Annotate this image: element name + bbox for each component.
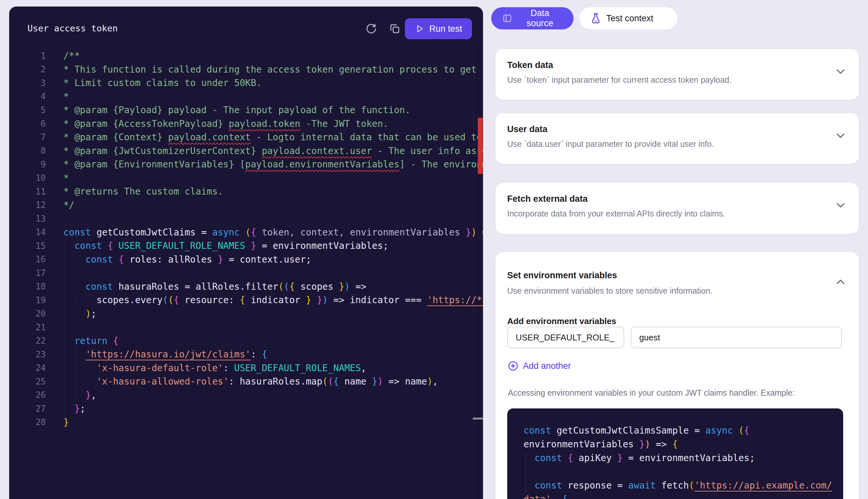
add-env-variables-label: Add environment variables: [507, 316, 616, 326]
line-number: 5: [9, 105, 46, 115]
code-text: const getCustomJwtClaimsSample = async (…: [524, 425, 750, 436]
line-number: 4: [9, 92, 46, 101]
code-text: * @param {Context} payload.context - Log…: [46, 132, 483, 143]
chevron-down-icon[interactable]: [835, 132, 846, 139]
code-line: const response = await fetch('https://ap…: [524, 478, 843, 492]
line-number: 25: [9, 377, 46, 387]
code-text: }: [46, 417, 69, 428]
code-text: /**: [46, 50, 80, 61]
code-line: 24 'x-hasura-default-role': USER_DEFAULT…: [9, 361, 483, 375]
error-marker: [478, 118, 483, 174]
card-set-environment-variables: Set environment variables Use environmen…: [495, 252, 859, 499]
editor-title: User access token: [27, 23, 118, 33]
indent-guide: [76, 293, 76, 308]
card-token-data[interactable]: Token data Use `token` input parameter f…: [495, 49, 859, 100]
tab-test-context[interactable]: Test context: [579, 7, 678, 29]
code-text: const { roles: allRoles } = context.user…: [46, 254, 312, 265]
editor-overview-ruler: [474, 49, 474, 499]
code-line: 11* @returns The custom claims.: [9, 185, 483, 198]
play-icon: [415, 24, 425, 34]
code-line: 23 'https://hasura.io/jwt/claims': {: [9, 348, 483, 361]
tab-data-source-label: Data source: [517, 8, 563, 28]
code-text: *: [46, 173, 69, 183]
scrollbar-thumb[interactable]: [473, 417, 483, 419]
code-text: */: [46, 200, 75, 210]
code-text: scopes.every(({ resource: { indicator } …: [46, 295, 483, 305]
line-number: 7: [9, 132, 46, 142]
line-number: 27: [9, 404, 46, 414]
code-text: * @returns The custom claims.: [46, 186, 223, 197]
code-text: );: [46, 308, 97, 319]
card-title: User data: [507, 124, 548, 134]
line-number: 12: [9, 200, 46, 210]
line-number: 19: [9, 295, 46, 305]
code-text: },: [46, 390, 97, 401]
chevron-down-icon[interactable]: [835, 202, 846, 209]
refresh-icon[interactable]: [365, 23, 377, 35]
code-line: 3* Limit custom claims to under 50KB.: [9, 76, 483, 90]
code-line: data', {: [524, 492, 843, 499]
code-line: 13: [9, 212, 483, 226]
line-number: 21: [9, 322, 46, 332]
line-number: 16: [9, 254, 46, 264]
code-line: 15 const { USER_DEFAULT_ROLE_NAMES } = e…: [9, 239, 483, 253]
tab-test-context-label: Test context: [606, 13, 653, 24]
env-sample-code-block: const getCustomJwtClaimsSample = async (…: [507, 409, 843, 499]
tab-data-source[interactable]: Data source: [491, 7, 574, 29]
add-another-button[interactable]: Add another: [508, 361, 571, 371]
indent-guide: [526, 453, 526, 499]
code-text: 'x-hasura-allowed-roles': hasuraRoles.ma…: [46, 376, 438, 387]
code-text: const response = await fetch('https://ap…: [524, 480, 832, 491]
card-title: Token data: [507, 60, 553, 70]
code-text: };: [46, 403, 85, 414]
env-key-input[interactable]: [507, 327, 624, 348]
code-text: 'x-hasura-default-role': USER_DEFAULT_RO…: [46, 363, 366, 374]
line-number: 9: [9, 160, 46, 169]
line-number: 17: [9, 268, 46, 278]
code-line: 16 const { roles: allRoles } = context.u…: [9, 253, 483, 267]
code-line: environmentVariables }) => {: [524, 437, 843, 451]
run-test-label: Run test: [429, 24, 462, 34]
code-text: const { USER_DEFAULT_ROLE_NAMES } = envi…: [46, 240, 389, 251]
add-another-label: Add another: [523, 361, 571, 371]
line-number: 20: [9, 309, 46, 318]
code-text: environmentVariables }) => {: [524, 439, 678, 450]
code-line: 26 },: [9, 389, 483, 402]
code-line: 19 scopes.every(({ resource: { indicator…: [9, 293, 483, 307]
code-text: *: [46, 91, 69, 102]
env-value-input[interactable]: [631, 327, 842, 348]
run-test-button[interactable]: Run test: [405, 18, 472, 39]
code-line: 22 return {: [9, 334, 483, 348]
card-title: Fetch external data: [507, 194, 588, 204]
code-line: 8* @param {JwtCustomizerUserContext} pay…: [9, 144, 483, 158]
code-area[interactable]: 1/**2* This function is called during th…: [9, 49, 483, 499]
code-text: return {: [46, 336, 118, 346]
line-number: 26: [9, 390, 46, 400]
env-hint-text: Accessing environment variables in your …: [508, 388, 795, 398]
line-number: 2: [9, 64, 46, 74]
line-number: 13: [9, 214, 46, 224]
code-line: const { apiKey } = environmentVariables;: [524, 451, 843, 465]
card-user-data[interactable]: User data Use `data.user` input paramete…: [495, 113, 859, 164]
line-number: 14: [9, 227, 46, 237]
code-line: 25 'x-hasura-allowed-roles': hasuraRoles…: [9, 375, 483, 389]
code-line: 6* @param {AccessTokenPayload} payload.t…: [9, 117, 483, 131]
code-line: 28}: [9, 416, 483, 429]
code-text: const getCustomJwtClaims = async ({ toke…: [46, 227, 483, 238]
code-text: * @param {AccessTokenPayload} payload.to…: [46, 118, 389, 129]
code-text: const { apiKey } = environmentVariables;: [524, 453, 755, 463]
card-description: Use `data.user` input parameter to provi…: [507, 139, 714, 149]
card-fetch-external-data[interactable]: Fetch external data Incorporate data fro…: [495, 183, 859, 234]
chevron-down-icon[interactable]: [835, 68, 846, 75]
indent-guide: [76, 348, 76, 402]
copy-icon[interactable]: [389, 23, 401, 35]
code-line: 2* This function is called during the ac…: [9, 63, 483, 76]
code-text: 'https://hasura.io/jwt/claims': {: [46, 349, 267, 360]
jwt-customizer-page: User access token Run test 1/**2: [0, 0, 868, 499]
panel-layout-icon: [502, 13, 512, 24]
code-text: const hasuraRoles = allRoles.filter(({ s…: [46, 281, 366, 292]
code-editor-pane: User access token Run test 1/**2: [9, 7, 483, 499]
code-text: data', {: [524, 494, 568, 499]
line-number: 23: [9, 350, 46, 360]
chevron-up-icon[interactable]: [835, 278, 846, 285]
